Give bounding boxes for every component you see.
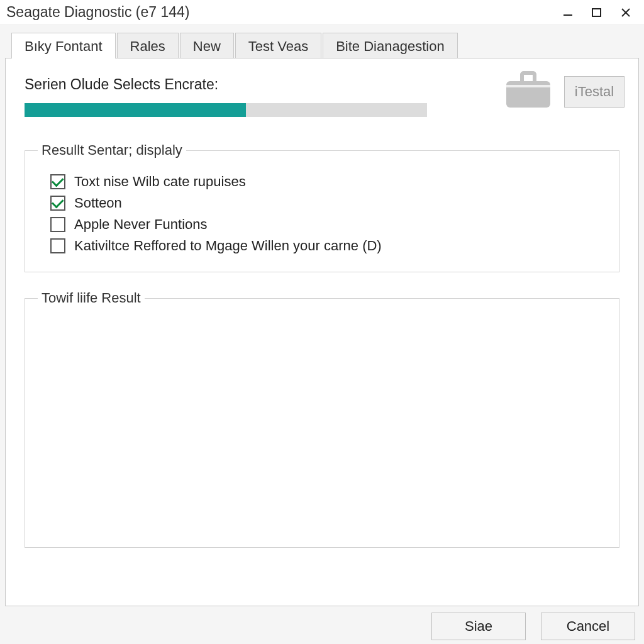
result-group-title: Towif liife Result bbox=[38, 290, 145, 306]
option-row: Sotteon bbox=[50, 195, 606, 211]
options-group: Resullt Sentar; displaly Toxt nise Wilb … bbox=[25, 142, 619, 272]
window-controls bbox=[553, 1, 640, 24]
checkbox-option-2[interactable] bbox=[50, 217, 65, 232]
option-row: Toxt nise Wilb cate rupuises bbox=[50, 174, 606, 190]
footer-buttons: Siae Cancel bbox=[431, 613, 635, 640]
primary-button[interactable]: Siae bbox=[431, 613, 526, 640]
option-label: Kativiltce Reffored to Mgage Willen your… bbox=[74, 238, 382, 254]
briefcase-icon bbox=[506, 71, 550, 108]
cancel-button[interactable]: Cancel bbox=[541, 613, 635, 640]
checkbox-option-0[interactable] bbox=[50, 174, 65, 189]
client-area: Bıky Fontant Rales New Test Veas Bite Di… bbox=[0, 25, 644, 644]
tab-bite-dianagestion[interactable]: Bite Dianagestion bbox=[323, 33, 457, 58]
tab-test-veas[interactable]: Test Veas bbox=[235, 33, 321, 58]
checkbox-option-1[interactable] bbox=[50, 196, 65, 211]
progress-bar bbox=[25, 103, 427, 117]
close-button[interactable] bbox=[611, 1, 640, 24]
tab-biky-fontant[interactable]: Bıky Fontant bbox=[11, 33, 116, 58]
maximize-button[interactable] bbox=[582, 1, 611, 24]
option-label: Sotteon bbox=[74, 195, 122, 211]
tab-rales[interactable]: Rales bbox=[117, 33, 179, 58]
progress-fill bbox=[25, 103, 246, 117]
option-row: Kativiltce Reffored to Mgage Willen your… bbox=[50, 238, 606, 254]
result-group: Towif liife Result bbox=[25, 290, 619, 548]
tab-new[interactable]: New bbox=[180, 33, 234, 58]
option-label: Toxt nise Wilb cate rupuises bbox=[74, 174, 246, 190]
window-title: Seagate Diagnostic (e7 144) bbox=[6, 4, 553, 21]
testal-button[interactable]: iTestal bbox=[564, 76, 625, 108]
tabstrip: Bıky Fontant Rales New Test Veas Bite Di… bbox=[5, 30, 639, 58]
tab-panel: Serien Olude Selects Encrate: iTestal Re… bbox=[5, 58, 639, 606]
option-label: Apple Never Funtions bbox=[74, 216, 208, 233]
checkbox-option-3[interactable] bbox=[50, 238, 65, 253]
minimize-button[interactable] bbox=[553, 1, 582, 24]
svg-rect-1 bbox=[592, 9, 601, 16]
options-group-title: Resullt Sentar; displaly bbox=[38, 142, 186, 158]
titlebar: Seagate Diagnostic (e7 144) bbox=[0, 0, 644, 25]
option-row: Apple Never Funtions bbox=[50, 216, 606, 233]
